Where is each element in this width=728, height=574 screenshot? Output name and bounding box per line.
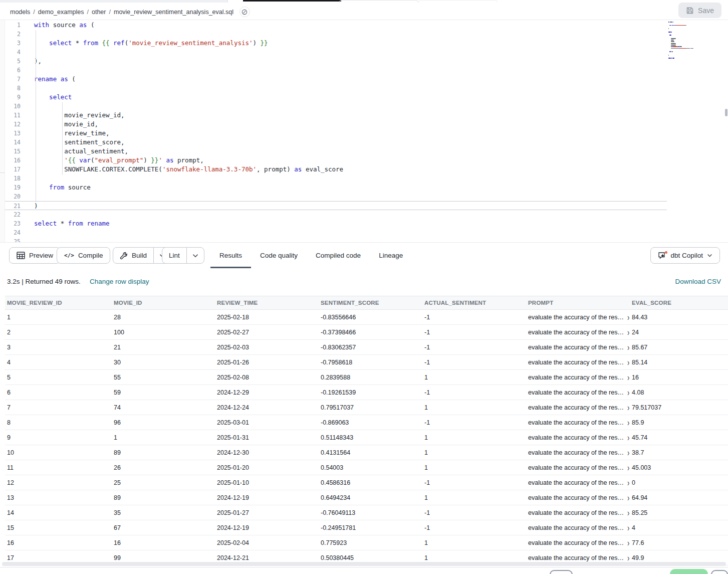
- breadcrumb-action-icon[interactable]: [239, 7, 250, 17]
- save-button[interactable]: Save: [678, 3, 721, 18]
- tab-code-quality[interactable]: Code quality: [251, 243, 307, 268]
- code-line-6[interactable]: 6: [0, 66, 728, 75]
- code-line-25[interactable]: 25: [0, 237, 728, 242]
- table-row[interactable]: 10892024-12-300.41315641evaluate the acc…: [5, 445, 728, 460]
- breadcrumb-segment[interactable]: movie_review_sentiment_analysis_eval.sql: [114, 9, 233, 16]
- code-text: with source as (: [34, 21, 94, 30]
- code-line-2[interactable]: 2: [0, 30, 728, 39]
- build-button[interactable]: Build: [113, 248, 153, 263]
- prompt-expand-chevron-icon[interactable]: ›: [627, 373, 629, 382]
- column-header-sentiment_score[interactable]: SENTIMENT_SCORE: [321, 300, 424, 306]
- column-header-review_time[interactable]: REVIEW_TIME: [217, 300, 321, 306]
- table-row[interactable]: 16162025-02-040.7759231evaluate the accu…: [5, 535, 728, 550]
- code-line-11[interactable]: 11 movie_review_id,: [0, 111, 728, 120]
- prompt-expand-chevron-icon[interactable]: ›: [627, 313, 629, 322]
- cutoff-button-left[interactable]: [550, 570, 573, 574]
- code-line-14[interactable]: 14 sentiment_score,: [0, 138, 728, 147]
- column-header-movie_review_id[interactable]: MOVIE_REVIEW_ID: [7, 300, 114, 306]
- breadcrumb-segment[interactable]: other: [92, 9, 106, 16]
- prompt-expand-chevron-icon[interactable]: ›: [627, 553, 629, 562]
- tab-compiled-code[interactable]: Compiled code: [307, 243, 370, 268]
- code-line-15[interactable]: 15 actual_sentiment,: [0, 147, 728, 156]
- cutoff-button-right[interactable]: [711, 570, 728, 574]
- code-line-5[interactable]: 5),: [0, 57, 728, 66]
- tab-lineage[interactable]: Lineage: [370, 243, 412, 268]
- table-row[interactable]: 6592024-12-29-0.19261539-1evaluate the a…: [5, 385, 728, 400]
- prompt-expand-chevron-icon[interactable]: ›: [627, 433, 629, 442]
- lint-dropdown-button[interactable]: [186, 248, 204, 263]
- cell-eval_score: 16: [632, 374, 728, 381]
- compile-button[interactable]: </> Compile: [57, 247, 110, 264]
- table-row[interactable]: 912025-01-310.511483431evaluate the accu…: [5, 430, 728, 445]
- code-line-24[interactable]: 24: [0, 228, 728, 237]
- dbt-copilot-button[interactable]: dbt Copilot: [650, 247, 720, 264]
- minimap[interactable]: [668, 22, 723, 63]
- lint-button[interactable]: Lint: [162, 248, 186, 263]
- table-row[interactable]: 14352025-01-27-0.76049113-1evaluate the …: [5, 505, 728, 520]
- cutoff-green-pill[interactable]: [670, 569, 708, 574]
- prompt-expand-chevron-icon[interactable]: ›: [627, 358, 629, 367]
- prompt-expand-chevron-icon[interactable]: ›: [627, 493, 629, 502]
- table-row[interactable]: 13892024-12-190.64942341evaluate the acc…: [5, 490, 728, 505]
- prompt-expand-chevron-icon[interactable]: ›: [627, 388, 629, 397]
- prompt-expand-chevron-icon[interactable]: ›: [627, 328, 629, 337]
- cell-sentiment_score: -0.24951781: [321, 524, 424, 531]
- save-icon: [686, 7, 694, 15]
- copilot-chat-sparkle-icon: [658, 252, 666, 260]
- prompt-expand-chevron-icon[interactable]: ›: [627, 508, 629, 517]
- code-line-17[interactable]: 17 SNOWFLAKE.CORTEX.COMPLETE('snowflake-…: [0, 165, 728, 174]
- code-line-19[interactable]: 19 from source: [0, 183, 728, 192]
- column-header-movie_id[interactable]: MOVIE_ID: [114, 300, 217, 306]
- horizontal-scrollbar[interactable]: [2, 562, 726, 566]
- prompt-expand-chevron-icon[interactable]: ›: [627, 478, 629, 487]
- code-line-7[interactable]: 7rename as (: [0, 75, 728, 84]
- table-row[interactable]: 5552025-02-080.28395881evaluate the accu…: [5, 370, 728, 385]
- prompt-expand-chevron-icon[interactable]: ›: [627, 418, 629, 427]
- breadcrumb-segment[interactable]: models: [10, 9, 30, 16]
- code-line-16[interactable]: 16 '{{ var("eval_prompt") }}' as prompt,: [0, 156, 728, 165]
- cell-review_time: 2024-12-19: [217, 524, 321, 531]
- prompt-expand-chevron-icon[interactable]: ›: [627, 343, 629, 352]
- preview-button[interactable]: Preview: [9, 247, 61, 264]
- code-line-23[interactable]: 23select * from rename: [0, 219, 728, 228]
- code-line-12[interactable]: 12 movie_id,: [0, 120, 728, 129]
- code-line-4[interactable]: 4: [0, 48, 728, 57]
- breadcrumb-segment[interactable]: demo_examples: [38, 9, 84, 16]
- table-row[interactable]: 7742024-12-240.795170371evaluate the acc…: [5, 400, 728, 415]
- code-line-20[interactable]: 20: [0, 192, 728, 201]
- cell-movie_review_id: 11: [7, 464, 114, 471]
- code-line-21[interactable]: 21): [0, 201, 667, 210]
- download-csv-link[interactable]: Download CSV: [675, 278, 721, 285]
- tab-results[interactable]: Results: [210, 243, 251, 268]
- table-row[interactable]: 21002025-02-27-0.37398466-1evaluate the …: [5, 325, 728, 340]
- table-row[interactable]: 11262025-01-200.540031evaluate the accur…: [5, 460, 728, 475]
- table-row[interactable]: 12252025-01-100.4586316-1evaluate the ac…: [5, 475, 728, 490]
- code-editor[interactable]: 1with source as (23 select * from {{ ref…: [0, 20, 728, 242]
- code-line-22[interactable]: 22: [0, 210, 728, 219]
- code-line-8[interactable]: 8: [0, 84, 728, 93]
- column-header-prompt[interactable]: PROMPT: [528, 300, 632, 306]
- code-line-1[interactable]: 1with source as (: [0, 21, 728, 30]
- prompt-expand-chevron-icon[interactable]: ›: [627, 538, 629, 547]
- vertical-scrollbar[interactable]: [725, 109, 727, 116]
- prompt-expand-chevron-icon[interactable]: ›: [627, 403, 629, 412]
- prompt-expand-chevron-icon[interactable]: ›: [627, 523, 629, 532]
- table-row[interactable]: 15672024-12-19-0.24951781-1evaluate the …: [5, 520, 728, 535]
- code-line-3[interactable]: 3 select * from {{ ref('movie_review_sen…: [0, 39, 728, 48]
- prompt-expand-chevron-icon[interactable]: ›: [627, 448, 629, 457]
- change-row-display-link[interactable]: Change row display: [90, 278, 149, 285]
- table-row[interactable]: 3212025-02-03-0.83062357-1evaluate the a…: [5, 340, 728, 355]
- cell-eval_score: 45.003: [632, 464, 728, 471]
- table-row[interactable]: 8962025-03-01-0.869063-1evaluate the acc…: [5, 415, 728, 430]
- table-row[interactable]: 4302025-01-26-0.7958618-1evaluate the ac…: [5, 355, 728, 370]
- code-line-18[interactable]: 18: [0, 174, 728, 183]
- cell-prompt: evaluate the accuracy of the res…›: [528, 314, 632, 321]
- code-line-9[interactable]: 9 select: [0, 93, 728, 102]
- column-header-actual_sentiment[interactable]: ACTUAL_SENTIMENT: [424, 300, 528, 306]
- column-header-eval_score[interactable]: EVAL_SCORE: [632, 300, 728, 306]
- code-line-10[interactable]: 10: [0, 102, 728, 111]
- prompt-expand-chevron-icon[interactable]: ›: [627, 463, 629, 472]
- table-row[interactable]: 1282025-02-18-0.83556646-1evaluate the a…: [5, 310, 728, 325]
- code-line-13[interactable]: 13 review_time,: [0, 129, 728, 138]
- table-icon: [17, 252, 25, 259]
